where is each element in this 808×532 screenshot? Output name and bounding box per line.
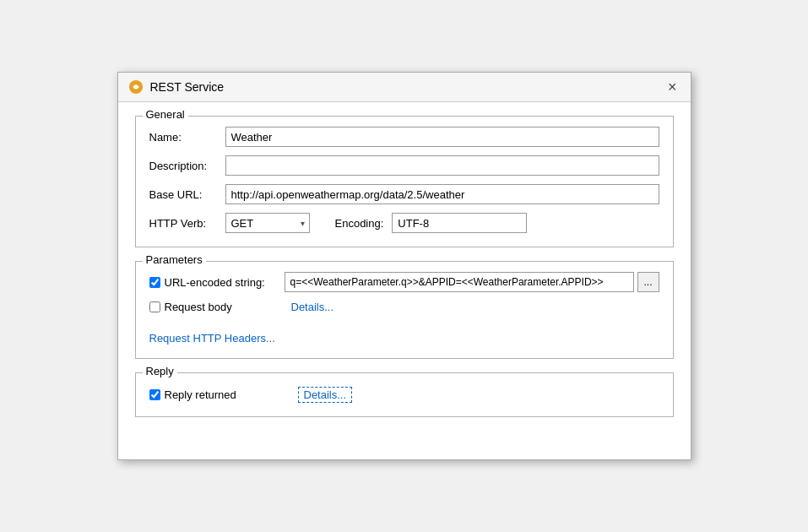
encoding-input[interactable] [392, 213, 527, 233]
reply-returned-checkbox-label[interactable]: Reply returned [149, 388, 285, 401]
dialog-content: General Name: Description: Base URL: HTT… [118, 102, 691, 448]
http-verb-row: HTTP Verb: GET POST PUT DELETE PATCH ▾ E… [149, 213, 659, 233]
encoding-label: Encoding: [335, 217, 384, 230]
http-verb-select-wrapper: GET POST PUT DELETE PATCH ▾ [225, 213, 310, 233]
http-verb-select[interactable]: GET POST PUT DELETE PATCH [225, 213, 310, 233]
url-encoded-checkbox-label[interactable]: URL-encoded string: [149, 276, 285, 289]
general-section-title: General [143, 108, 188, 121]
request-body-details-link[interactable]: Details... [291, 301, 334, 313]
dialog-window: REST Service × General Name: Description… [117, 72, 691, 460]
reply-details-link[interactable]: Details... [298, 387, 353, 403]
browse-button[interactable]: ... [637, 272, 659, 292]
dialog-title: REST Service [150, 80, 225, 94]
url-encoded-input[interactable] [285, 272, 634, 292]
general-section: General Name: Description: Base URL: HTT… [135, 116, 674, 247]
reply-row: Reply returned Details... [149, 383, 659, 403]
request-body-checkbox-label[interactable]: Request body [149, 301, 285, 313]
reply-section-title: Reply [143, 365, 177, 377]
base-url-row: Base URL: [149, 184, 659, 204]
title-bar-left: REST Service [128, 79, 225, 95]
reply-section: Reply Reply returned Details... [135, 372, 674, 417]
url-encoded-input-wrapper: ... [285, 272, 659, 292]
request-headers-row: Request HTTP Headers... [149, 322, 659, 345]
parameters-section: Parameters URL-encoded string: ... Reque… [135, 261, 674, 359]
url-encoded-label-text: URL-encoded string: [165, 276, 265, 289]
name-label: Name: [149, 131, 225, 144]
title-bar: REST Service × [118, 73, 691, 102]
url-encoded-checkbox[interactable] [149, 277, 160, 288]
reply-returned-label-text: Reply returned [165, 388, 236, 401]
svg-point-1 [134, 85, 138, 89]
request-body-checkbox[interactable] [149, 301, 160, 312]
request-body-row: Request body Details... [149, 301, 659, 313]
app-icon [128, 79, 144, 95]
name-input[interactable] [225, 127, 659, 147]
name-row: Name: [149, 127, 659, 147]
description-row: Description: [149, 155, 659, 176]
description-label: Description: [149, 160, 225, 172]
request-http-headers-link[interactable]: Request HTTP Headers... [149, 332, 275, 345]
url-encoded-row: URL-encoded string: ... [149, 272, 659, 292]
base-url-input[interactable] [225, 184, 659, 204]
parameters-section-title: Parameters [143, 253, 206, 266]
request-body-label-text: Request body [165, 301, 232, 313]
close-button[interactable]: × [664, 79, 681, 95]
base-url-label: Base URL: [149, 188, 225, 201]
reply-returned-checkbox[interactable] [149, 389, 160, 400]
description-input[interactable] [225, 155, 659, 176]
http-verb-label: HTTP Verb: [149, 217, 225, 230]
